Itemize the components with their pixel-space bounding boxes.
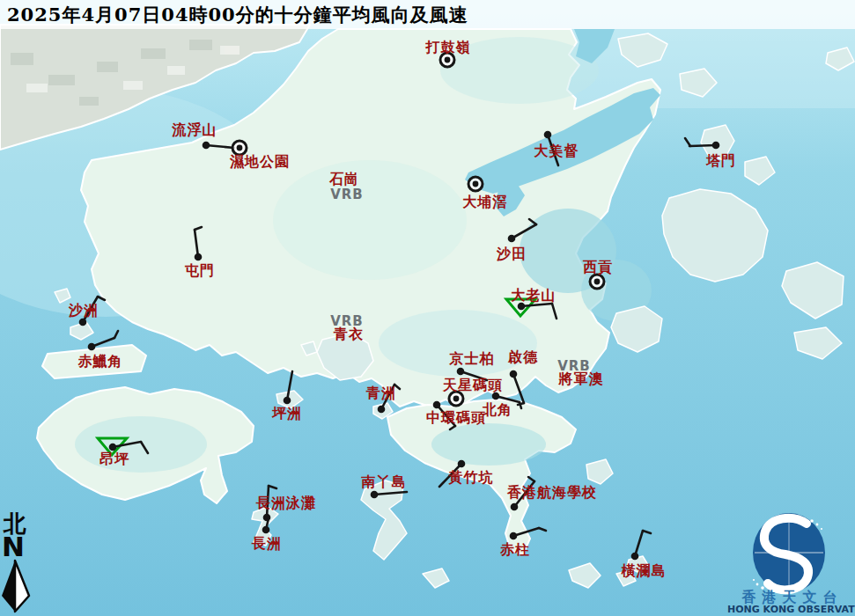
title-bar: 2025年4月07日04時00分的十分鐘平均風向及風速 <box>0 0 855 29</box>
north-arrow-icon <box>0 512 41 616</box>
station-dot <box>511 503 519 511</box>
calm-wind-dot <box>594 279 601 285</box>
station-dot <box>712 142 720 150</box>
compass-north-indicator: 北 N <box>0 512 41 616</box>
hong-kong-base-map <box>0 0 855 616</box>
station-dot <box>544 131 552 139</box>
station-dot <box>79 319 87 326</box>
station-dot <box>262 526 270 534</box>
hko-name-english: HONG KONG OBSERVATORY <box>727 604 855 615</box>
station-dot <box>109 444 117 451</box>
map-title: 2025年4月07日04時00分的十分鐘平均風向及風速 <box>7 3 468 27</box>
hko-logo: 香港天文台 HONG KONG OBSERVATORY <box>731 510 855 616</box>
station-sai-kung <box>590 275 604 289</box>
calm-wind-dot <box>473 181 479 187</box>
station-dot <box>508 235 516 243</box>
calm-wind-dot <box>237 145 243 151</box>
station-dot <box>371 491 379 499</box>
station-ta-kwu-ling <box>440 53 454 67</box>
calm-wind-dot <box>453 396 460 402</box>
station-dot <box>510 370 518 378</box>
calm-wind-dot <box>445 57 451 63</box>
station-wetland-park <box>232 141 247 155</box>
station-dot <box>284 397 291 405</box>
station-dot <box>458 460 466 468</box>
wind-barb <box>689 145 716 146</box>
station-dot <box>631 553 639 561</box>
station-dot <box>457 368 465 376</box>
station-dot <box>492 392 500 400</box>
wind-map-canvas: 打鼓嶺流浮山濕地公園石崗VRB大美督塔門大埔滘沙田屯門西貢大老山沙洲赤鱲角青衣V… <box>0 0 855 616</box>
station-dot <box>88 343 96 351</box>
station-dot <box>518 303 526 311</box>
station-tai-po-kau <box>468 177 483 191</box>
station-dot <box>195 253 203 261</box>
station-dot <box>203 142 210 150</box>
station-dot <box>263 514 271 522</box>
station-star-ferry <box>449 392 463 406</box>
station-dot <box>433 401 441 409</box>
station-dot <box>510 532 518 540</box>
station-dot <box>378 406 386 414</box>
